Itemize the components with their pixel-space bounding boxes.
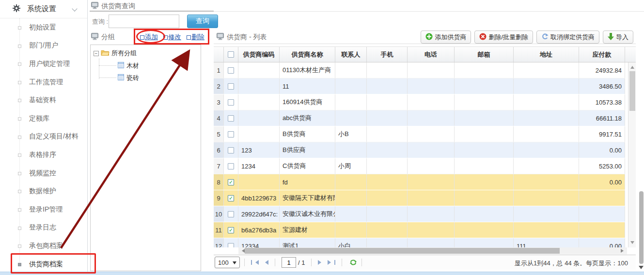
- column-header-phone[interactable]: 电话: [408, 47, 455, 62]
- scroll-right-arrow-icon[interactable]: [621, 249, 626, 253]
- cell-check: [224, 238, 238, 247]
- tree-node-label: 瓷砖: [126, 74, 139, 82]
- cell-mobile: [367, 222, 408, 238]
- row-checkbox[interactable]: [228, 243, 234, 248]
- column-header-num[interactable]: [214, 47, 224, 62]
- table-row[interactable]: 6123B供应商0.00: [214, 142, 625, 158]
- sidebar-item-登录IP管理[interactable]: 登录IP管理: [0, 200, 87, 219]
- cell-contact: [335, 78, 367, 94]
- scroll-up-arrow-icon[interactable]: [630, 64, 634, 69]
- toolbar-button-删除/批量删除[interactable]: 删除/批量删除: [474, 31, 533, 44]
- toolbar-button-取消绑定供货商[interactable]: 取消绑定供货商: [536, 31, 599, 44]
- table-row[interactable]: 101130木材生产商24932.84: [214, 62, 625, 78]
- column-header-mobile[interactable]: 手机: [367, 47, 408, 62]
- column-header-address[interactable]: 地址: [514, 47, 579, 62]
- cell-num: 4: [214, 110, 224, 126]
- cell-payable: 3486.50: [579, 78, 625, 94]
- row-checkbox-checked[interactable]: ✓: [228, 227, 234, 233]
- first-page-button[interactable]: [249, 260, 261, 265]
- sidebar-item-表格排序[interactable]: 表格排序: [0, 146, 87, 164]
- cell-contact: [335, 142, 367, 158]
- sidebar-item-基础资料[interactable]: 基础资料: [0, 91, 87, 109]
- column-header-contact[interactable]: 联系人: [335, 47, 367, 62]
- group-action-修改[interactable]: 修改: [163, 33, 181, 42]
- sidebar-item-数据维护[interactable]: 数据维护: [0, 182, 87, 200]
- table-row[interactable]: 9✓4bb1229673安徽隔天下建材有限: [214, 190, 625, 206]
- next-page-button[interactable]: [316, 260, 326, 265]
- tree-collapse-icon[interactable]: −: [94, 51, 99, 56]
- table-row[interactable]: 11✓b6a276db3a宝源建材: [214, 222, 625, 238]
- group-action-添加[interactable]: 添加: [140, 33, 158, 42]
- refresh-icon[interactable]: [349, 259, 357, 266]
- tree-node-瓷砖[interactable]: 瓷砖: [118, 72, 201, 84]
- vertical-scroll-thumb[interactable]: [629, 71, 635, 111]
- tree-root-label[interactable]: 所有分组: [111, 49, 137, 58]
- table-row[interactable]: 71234C供货商小周5253.00: [214, 158, 625, 174]
- group-actions: 添加修改删除: [140, 33, 204, 42]
- page-size-select[interactable]: 100: [215, 257, 240, 268]
- page-number-input[interactable]: [282, 257, 296, 268]
- row-checkbox[interactable]: [228, 131, 234, 138]
- page-scrollbar-thumb[interactable]: [639, 191, 644, 264]
- table-row[interactable]: 1212334测试1小白1110.00: [214, 238, 625, 247]
- toolbar-button-添加供货商[interactable]: 添加供货商: [421, 31, 471, 44]
- row-checkbox-checked[interactable]: ✓: [228, 179, 234, 185]
- toolbar-button-label: 导入: [616, 33, 628, 42]
- sidebar-item-承包商档案[interactable]: 承包商档案: [0, 237, 87, 255]
- column-header-payable[interactable]: 应付款: [579, 47, 625, 62]
- row-checkbox[interactable]: [228, 147, 234, 153]
- row-checkbox[interactable]: [228, 99, 234, 106]
- row-checkbox[interactable]: [228, 211, 234, 217]
- group-action-删除[interactable]: 删除: [187, 33, 204, 42]
- row-checkbox[interactable]: [228, 67, 234, 74]
- sidebar-item-初始设置[interactable]: 初始设置: [0, 18, 87, 37]
- query-button[interactable]: 查询: [187, 15, 218, 28]
- column-header-name[interactable]: 供货商名称: [280, 47, 335, 62]
- cell-name: 安徽汉诚木业有限公: [280, 206, 335, 222]
- table-row[interactable]: 5B供货商小B9917.51: [214, 126, 625, 142]
- last-page-button[interactable]: [326, 260, 337, 265]
- table-row[interactable]: 4abc供货商66611.18: [214, 110, 625, 126]
- sidebar-item-登录日志[interactable]: 登录日志: [0, 219, 87, 237]
- row-checkbox[interactable]: [228, 163, 234, 169]
- tree-node-木材[interactable]: 木材: [118, 60, 201, 72]
- grid-vertical-scrollbar[interactable]: [628, 62, 636, 247]
- column-header-check[interactable]: [224, 47, 238, 62]
- sidebar-item-自定义项目/材料[interactable]: 自定义项目/材料: [0, 128, 87, 146]
- table-row[interactable]: 1029922d647c:安徽汉诚木业有限公: [214, 206, 625, 222]
- table-row[interactable]: 3160914供货商10573.38: [214, 94, 625, 110]
- row-checkbox[interactable]: [228, 83, 234, 90]
- scroll-left-arrow-icon[interactable]: [240, 249, 245, 253]
- query-input[interactable]: [109, 15, 179, 28]
- cell-code: [238, 126, 280, 142]
- row-checkbox[interactable]: [228, 115, 234, 122]
- cell-address: [514, 174, 579, 190]
- cell-num: 2: [214, 78, 224, 94]
- tree-node-root[interactable]: − 所有分组: [94, 49, 201, 58]
- cell-contact: [335, 110, 367, 126]
- sidebar-item-定额库[interactable]: 定额库: [0, 109, 87, 128]
- horizontal-scroll-thumb[interactable]: [245, 248, 560, 254]
- column-header-email[interactable]: 邮箱: [455, 47, 514, 62]
- tree-children: 木材瓷砖: [94, 60, 201, 84]
- row-checkbox-checked[interactable]: ✓: [228, 195, 234, 201]
- sidebar-header[interactable]: 系统设置: [0, 0, 87, 18]
- column-header-code[interactable]: 供货商编码: [238, 47, 280, 62]
- select-all-checkbox[interactable]: [228, 51, 234, 58]
- scroll-down-arrow-icon[interactable]: [630, 241, 634, 246]
- sidebar-item-部门/用户[interactable]: 部门/用户: [0, 37, 87, 55]
- prev-page-button[interactable]: [261, 260, 270, 265]
- cell-email: [455, 94, 514, 110]
- grid-horizontal-scrollbar[interactable]: [238, 247, 627, 254]
- cell-phone: [408, 94, 455, 110]
- sidebar-item-供货商档案[interactable]: 供货商档案: [0, 255, 87, 274]
- table-row[interactable]: 8✓fd0.00: [214, 174, 625, 190]
- page-scroll-down-arrow-icon[interactable]: [639, 266, 644, 272]
- cell-phone: [408, 142, 455, 158]
- cell-address: [514, 62, 579, 78]
- sidebar-item-工作流管理[interactable]: 工作流管理: [0, 73, 87, 92]
- sidebar-item-视频监控[interactable]: 视频监控: [0, 164, 87, 183]
- toolbar-button-导入[interactable]: 导入: [603, 31, 633, 44]
- table-row[interactable]: 2113486.50: [214, 78, 625, 94]
- sidebar-item-用户锁定管理[interactable]: 用户锁定管理: [0, 55, 87, 73]
